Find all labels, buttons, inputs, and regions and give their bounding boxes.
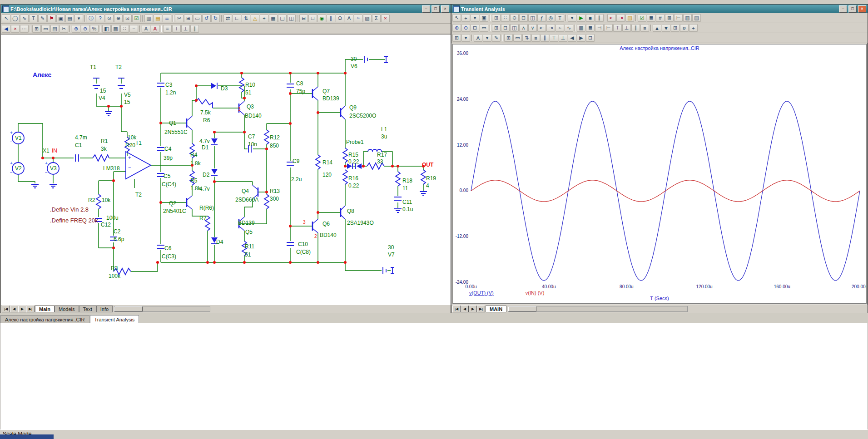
wave-down-icon[interactable]: ▼ <box>662 24 670 32</box>
mirror-icon[interactable]: ⇄ <box>223 15 232 22</box>
font-color-icon[interactable]: A <box>151 25 159 33</box>
zoom-percent-icon[interactable]: % <box>90 25 99 33</box>
close-file-icon[interactable]: × <box>11 25 20 33</box>
three-d-icon[interactable]: ⊠ <box>665 14 674 22</box>
toolbar-icon[interactable] <box>84 15 85 22</box>
align-icon[interactable]: ∥ <box>631 24 640 32</box>
toolbar-icon[interactable] <box>100 25 101 32</box>
maximize-button[interactable]: □ <box>432 5 440 13</box>
horizontal-cursor-icon[interactable]: ⊟ <box>519 14 528 22</box>
tag-top-icon[interactable]: ⊤ <box>613 24 622 32</box>
minimize-button[interactable]: – <box>839 5 847 13</box>
warning-icon[interactable]: △ <box>251 15 259 22</box>
wave-icon[interactable]: ≈ <box>354 15 362 22</box>
stack-icon[interactable]: ≣ <box>586 24 595 32</box>
align-center-icon[interactable]: ∥ <box>541 34 549 42</box>
watch-icon[interactable]: ☑ <box>638 14 646 22</box>
align-left-icon[interactable]: ≡ <box>163 25 172 33</box>
schematic-canvas[interactable]: АлексT1T215V4V515V1V2V3+−+−+−X1IN4.7mC1R… <box>1 34 451 305</box>
pan-mode-icon[interactable]: + <box>461 14 470 22</box>
text-tool-icon[interactable]: T <box>556 14 564 22</box>
cursor-mode-icon[interactable]: ⊟ <box>501 24 510 32</box>
state-variables-icon[interactable]: # <box>656 14 665 22</box>
toolbar-icon[interactable] <box>69 25 70 32</box>
annotate-icon[interactable]: ✎ <box>492 34 501 42</box>
peak-icon[interactable]: ∧ <box>519 24 528 32</box>
align-left-icon[interactable]: ≡ <box>531 34 540 42</box>
cut-icon[interactable]: ✂ <box>175 15 184 22</box>
toolbar-icon[interactable] <box>502 35 503 41</box>
zoom-box-icon[interactable]: ▭ <box>480 24 488 32</box>
align-icon[interactable]: ∥ <box>327 15 335 22</box>
back-icon[interactable]: ◀ <box>2 25 10 33</box>
column-icon[interactable]: ▥ <box>683 14 692 22</box>
normalize-icon[interactable]: ≡ <box>640 24 649 32</box>
split-window-icon[interactable]: ⊟ <box>299 15 308 22</box>
select-mode-icon[interactable]: ↖ <box>452 14 461 22</box>
properties-dropdown-icon[interactable]: ▾ <box>471 14 479 22</box>
toolbar-icon[interactable] <box>605 15 606 21</box>
grid-icon[interactable]: ▦ <box>577 24 585 32</box>
next-dropdown-icon[interactable]: ▾ <box>568 14 576 22</box>
save-file-icon[interactable]: ≣ <box>163 15 171 22</box>
layout-arrow-icon[interactable]: ▾ <box>461 34 470 42</box>
zoom-out-icon[interactable]: ⊖ <box>461 24 470 32</box>
sheet-nav-button[interactable]: ◀ <box>461 306 469 312</box>
bias-display-icon[interactable]: ◉ <box>317 15 326 22</box>
help-mode-icon[interactable]: ? <box>96 15 104 22</box>
tag-value-icon[interactable]: ◎ <box>546 14 555 22</box>
toolbar-icon[interactable] <box>635 15 636 21</box>
paste-page-icon[interactable]: ▭ <box>41 25 50 33</box>
close-button[interactable]: × <box>441 5 449 13</box>
info-mode-icon[interactable]: ⓘ <box>87 15 95 22</box>
new-file-icon[interactable]: ▥ <box>144 15 153 22</box>
sheet-nav-button[interactable]: ▶| <box>477 306 485 312</box>
toolbar-icon[interactable] <box>30 25 31 32</box>
sheet-tab[interactable]: MAIN <box>486 306 506 312</box>
scope-window-icon[interactable]: ▣ <box>480 14 488 22</box>
sheet-nav-button[interactable]: ▶ <box>469 306 477 312</box>
zoom-out-icon[interactable]: ⊖ <box>81 25 89 33</box>
toolbar-icon[interactable] <box>142 15 143 22</box>
schematic-window-titlebar[interactable]: F:\Books\audio\cir\Новая папка\Алекс нас… <box>1 5 451 13</box>
flag-mode-icon[interactable]: ⚑ <box>47 15 56 22</box>
toolbar-icon[interactable] <box>221 15 222 22</box>
zoom-select-icon[interactable]: ⊞ <box>492 14 501 22</box>
pan-icon[interactable]: + <box>689 24 698 32</box>
select-mode-icon[interactable]: ↖ <box>2 15 10 22</box>
redo-icon[interactable]: ↻ <box>211 15 220 22</box>
sum-icon[interactable]: Σ <box>372 15 381 22</box>
sheet-nav-button[interactable]: ◀ <box>10 306 18 312</box>
font-icon[interactable]: A <box>474 34 482 42</box>
schematic-drawing[interactable] <box>1 35 450 304</box>
copy-page-icon[interactable]: ⊞ <box>32 25 41 33</box>
font-a-icon[interactable]: A <box>142 25 150 33</box>
close-mode-icon[interactable]: × <box>381 15 390 22</box>
toolbar-icon[interactable] <box>490 25 491 31</box>
cursor-right-icon[interactable]: ⇥ <box>616 14 625 22</box>
align-bottom-icon[interactable]: ⊥ <box>559 34 567 42</box>
shrink-icon[interactable]: − <box>129 25 138 33</box>
zoom-in-icon[interactable]: ⊕ <box>452 24 461 32</box>
scrollbar-thumb[interactable] <box>114 306 143 311</box>
probe-icon[interactable]: ⊕ <box>114 15 123 22</box>
more-pages-icon[interactable]: ⋯ <box>20 25 29 33</box>
page-icon[interactable]: ▤ <box>50 25 59 33</box>
text-mode-icon[interactable]: T <box>29 15 38 22</box>
pause-icon[interactable]: ∥ <box>595 14 604 22</box>
toolbar-icon[interactable] <box>297 15 298 22</box>
sheet-nav-button[interactable]: |◀ <box>2 306 10 312</box>
data-points-icon[interactable]: ∷ <box>501 14 510 22</box>
enable-icon[interactable]: ☑ <box>132 15 141 22</box>
legend-entry[interactable]: v(OUT) (V) <box>469 290 494 296</box>
paste-icon[interactable]: ▭ <box>513 34 522 42</box>
graphics-mode-icon[interactable]: ✎ <box>38 15 47 22</box>
toolbar-icon[interactable] <box>490 15 491 21</box>
scrollbar-thumb[interactable] <box>508 306 536 311</box>
rotate-icon[interactable]: ∟ <box>233 15 241 22</box>
region-select-icon[interactable]: ⊡ <box>123 15 132 22</box>
align-top-icon[interactable]: ⊤ <box>550 34 558 42</box>
run-icon[interactable]: ▶ <box>577 14 585 22</box>
legend-entry[interactable]: v(IN) (V) <box>526 290 545 296</box>
copy-icon[interactable]: ⊞ <box>184 15 193 22</box>
